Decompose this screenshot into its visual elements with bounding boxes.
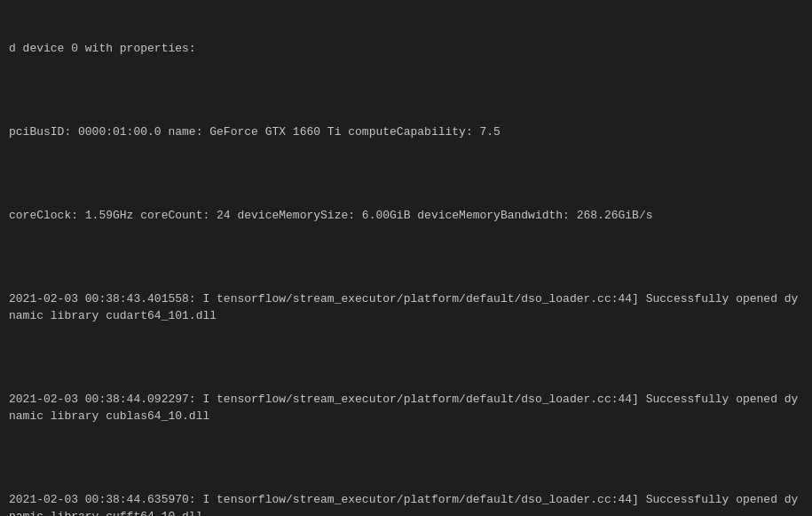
log-line-1: d device 0 with properties: [9, 41, 803, 58]
log-line-5: 2021-02-03 00:38:44.092297: I tensorflow… [9, 392, 803, 425]
terminal-output: d device 0 with properties: pciBusID: 00… [0, 0, 812, 516]
log-line-2: pciBusID: 0000:01:00.0 name: GeForce GTX… [9, 124, 803, 141]
log-line-6: 2021-02-03 00:38:44.635970: I tensorflow… [9, 492, 803, 516]
log-line-4: 2021-02-03 00:38:43.401558: I tensorflow… [9, 291, 803, 325]
log-line-3: coreClock: 1.59GHz coreCount: 24 deviceM… [9, 208, 803, 225]
